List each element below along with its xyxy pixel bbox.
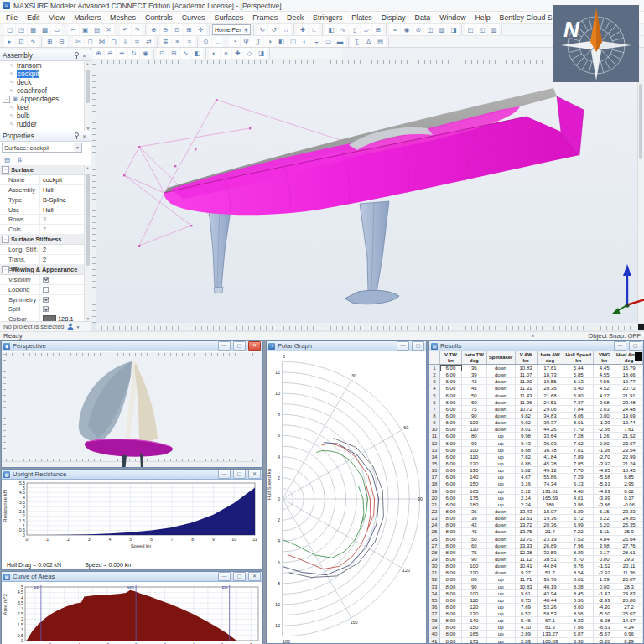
display-settings-icon[interactable]: ◨ — [256, 48, 267, 59]
render-icon[interactable]: ◨ — [448, 24, 459, 35]
property-row-type[interactable]: TypeB-Spline — [0, 195, 84, 205]
property-value[interactable]: B-Spline — [40, 195, 84, 205]
stations-icon[interactable]: ≣ — [160, 36, 171, 47]
minimize-button[interactable]: — — [218, 470, 231, 479]
table-row[interactable]: 216.00180up2.241803.86-3.86-0.06 — [429, 501, 643, 508]
add-surface-icon[interactable]: ◧ — [325, 24, 336, 35]
grid-snap-icon[interactable]: ⊙ — [200, 36, 211, 47]
property-value[interactable] — [40, 304, 84, 314]
remove-icon[interactable]: ⊟ — [56, 36, 67, 47]
column-header-beta-aw[interactable]: beta AWdeg — [538, 351, 564, 364]
checkbox-checked-icon[interactable] — [43, 297, 49, 303]
show-controls-icon[interactable]: ⊡ — [157, 48, 168, 59]
mass-calc-icon[interactable]: Δ — [363, 36, 374, 47]
zoom-fit-icon[interactable]: ⊞ — [184, 24, 195, 35]
print-icon[interactable]: ▭ — [51, 24, 62, 35]
table-row[interactable]: 86.0090down9.8234.838.060.0019.69 — [429, 413, 643, 419]
table-row[interactable]: 278.0060down13.3326.897.963.9827.76 — [429, 543, 643, 549]
maximize-button[interactable]: ▢ — [233, 470, 246, 479]
property-row-trans-stiff-[interactable]: Trans. Stiff.2 — [0, 255, 84, 265]
table-row[interactable]: 166.00130up5.8249.127.70-4.9518.45 — [429, 467, 643, 474]
perspective-cam-icon[interactable]: ◇ — [244, 48, 255, 59]
render-mode-icon[interactable]: ◧ — [276, 36, 287, 47]
close-button[interactable]: ✕ — [248, 341, 261, 351]
rotate-view-icon[interactable]: ↻ — [257, 24, 267, 35]
copy-icon[interactable]: ▣ — [80, 24, 91, 35]
checkbox-checked-icon[interactable] — [43, 277, 49, 283]
property-value[interactable]: 7 — [40, 225, 84, 234]
close-button[interactable]: ✕ — [248, 470, 261, 479]
zoom-out-icon[interactable]: ⊖ — [160, 24, 171, 35]
project-curve-icon[interactable]: ⇩ — [120, 36, 131, 47]
property-section-surface-stiffness[interactable]: -Surface Stiffness — [0, 235, 84, 245]
property-object-selector[interactable]: Surface: cockpit▼ — [2, 143, 82, 153]
rotate-3d-icon[interactable]: ↻ — [128, 48, 139, 59]
table-row[interactable]: 116.0080up9.9833.647.281.2621.52 — [429, 433, 643, 439]
property-value[interactable] — [40, 285, 84, 294]
show-curves-icon[interactable]: ∿ — [180, 48, 191, 59]
pin-icon[interactable] — [73, 132, 80, 140]
areas-window-titlebar[interactable]: ▦ Curve of Areas — ▢ ✕ — [2, 572, 262, 582]
undo-icon[interactable]: ↶ — [120, 24, 131, 35]
minimize-button[interactable]: — — [218, 572, 231, 581]
untrim-icon[interactable]: ◻ — [85, 36, 96, 47]
table-row[interactable]: 46.0045down11.3120.366.404.5220.72 — [429, 385, 643, 392]
control-net-icon[interactable]: ⊞ — [372, 24, 383, 35]
table-row[interactable]: 308.00100down10.4144.848.76-1.5220.11 — [429, 563, 643, 569]
property-row-locking[interactable]: Locking — [0, 285, 84, 295]
wireframe-mode-icon[interactable]: ◫ — [288, 36, 299, 47]
hull[interactable] — [164, 88, 584, 215]
resistance-window-titlebar[interactable]: ▦ Upright Resistance — ▢ ✕ — [2, 470, 262, 480]
trim-icon[interactable]: ✄ — [73, 36, 84, 47]
home-view-icon[interactable]: ⌂ — [280, 24, 291, 35]
collapse-icon[interactable]: - — [2, 236, 9, 243]
viewport-3d[interactable]: ⊕⊖✛↻◉⊡⊞∿◧◐≡✚◇◨ — [91, 48, 644, 331]
table-row[interactable]: 176.00140up4.6755.867.29-5.588.85 — [429, 474, 643, 480]
look-at-icon[interactable]: ◉ — [140, 48, 151, 59]
intersect-icon[interactable]: ⋂ — [108, 36, 119, 47]
menu-window[interactable]: Window — [439, 13, 465, 22]
menu-plates[interactable]: Plates — [351, 13, 371, 22]
table-row[interactable]: 106.00110down8.0144.267.79-2.667.61 — [429, 426, 643, 433]
project-bar[interactable]: No project is selected ▼ — [0, 321, 91, 331]
tree-item-coachroof[interactable]: ∿coachroof — [0, 86, 84, 95]
select-net-icon[interactable]: ⊡ — [16, 36, 27, 47]
menu-stringers[interactable]: Stringers — [313, 13, 342, 22]
table-row[interactable]: 338.0090up10.8340.198.280.0028.3 — [429, 584, 643, 590]
table-row[interactable]: 146.00110up7.8241.847.89-2.7022.99 — [429, 454, 643, 460]
menu-help[interactable]: Help — [475, 13, 491, 22]
colour-icon[interactable]: ▨ — [436, 24, 447, 35]
rudder[interactable] — [209, 205, 231, 293]
shaded-icon[interactable]: ◱ — [476, 24, 487, 35]
select-icon[interactable]: ▸ — [4, 36, 15, 47]
curvature-icon[interactable]: Ψ — [241, 36, 252, 47]
property-row-symmetry[interactable]: Symmetry — [0, 295, 84, 305]
show-net-icon[interactable]: ⊞ — [169, 48, 179, 59]
table-row[interactable]: 228.0036down13.4318.076.295.1523.33 — [429, 508, 643, 515]
add-frame-icon[interactable]: ▯ — [349, 24, 360, 35]
tree-item-appendages[interactable]: -▣Appendages — [0, 95, 84, 103]
join-icon[interactable]: ⋈ — [96, 36, 107, 47]
property-value[interactable] — [40, 275, 84, 284]
visibility-icon[interactable]: ◉ — [401, 24, 412, 35]
half-model-icon[interactable]: ◐ — [209, 48, 220, 59]
property-value[interactable]: Hull — [40, 185, 84, 195]
menu-controls[interactable]: Controls — [145, 13, 173, 22]
zoom-out-view-icon[interactable]: ⊖ — [105, 48, 116, 59]
colour-swatch[interactable] — [43, 315, 56, 321]
table-row[interactable]: 288.0075down12.3832.598.392.1728.61 — [429, 549, 643, 556]
table-row[interactable]: 418.00175up2.89165.835.30-5.280.29 — [429, 638, 643, 643]
show-sections-icon[interactable]: ≡ — [221, 48, 231, 59]
close-icon[interactable]: × — [80, 52, 88, 60]
table-row[interactable]: 238.0039down13.6319.366.725.2224.85 — [429, 515, 643, 522]
collapse-icon[interactable]: - — [2, 266, 9, 273]
maximize-button[interactable]: ▢ — [233, 341, 246, 351]
property-row-colour[interactable]: Colour128,1 — [0, 314, 84, 321]
table-row[interactable]: 398.00150up4.1081.37.66-6.634.24 — [429, 624, 643, 631]
property-value[interactable] — [40, 295, 84, 304]
property-row-assembly[interactable]: AssemblyHull — [0, 185, 84, 195]
table-row[interactable]: 136.00100up8.6838.787.81-1.3623.54 — [429, 447, 643, 454]
property-value[interactable]: Hull — [40, 205, 84, 215]
table-row[interactable]: 66.0060down11.3624.517.373.6823.48 — [429, 399, 643, 406]
keel[interactable] — [345, 201, 399, 304]
